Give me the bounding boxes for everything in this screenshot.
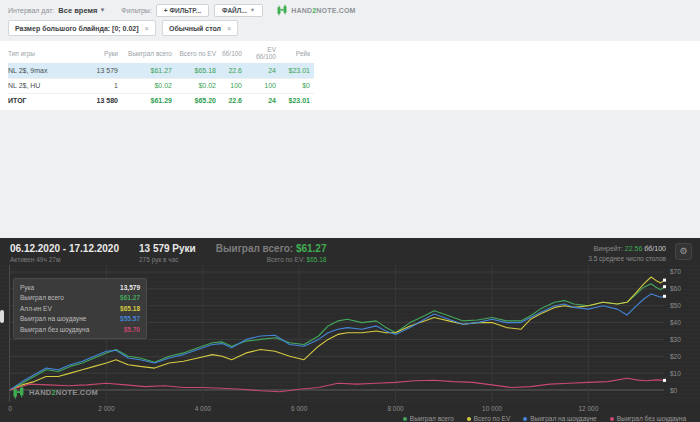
file-button[interactable]: ФАЙЛ... ▼ xyxy=(214,4,263,17)
legend-dot-icon xyxy=(610,417,614,421)
legend-dot-icon xyxy=(403,417,407,421)
hand2note-watermark: HAND2NOTE.COM xyxy=(12,385,98,400)
hands-count: 13 579 Руки xyxy=(139,243,196,255)
hand2note-logo-icon xyxy=(276,4,288,16)
chart-legend: Выиграл всего Всего по EV Выиграл на шоу… xyxy=(390,415,686,422)
y-tick-label: $20 xyxy=(670,353,681,360)
x-tick-label: 0 xyxy=(8,405,12,412)
tooltip-row: Выиграл без шоудауна$5.70 xyxy=(20,324,140,335)
table-row[interactable]: NL 2$, HU 1 $0.02 $0.02 100 100 $0 xyxy=(8,78,314,93)
stats-table: Тип игры Руки Выиграл всего Всего по EV … xyxy=(8,43,314,108)
gear-icon: ⚙ xyxy=(679,247,687,256)
active-time: Активен 49ч 27м xyxy=(10,255,119,264)
x-tick-label: 12 000 xyxy=(578,405,598,412)
col-header-ev-bb100: EV бб/100 xyxy=(246,43,280,63)
y-tick-label: $0 xyxy=(670,387,677,394)
y-tick-label: $10 xyxy=(670,370,681,377)
legend-item-non-showdown[interactable]: Выиграл без шоудауна xyxy=(610,415,686,422)
winnings-block: Выиграл всего: $61.27 Всего по EV: $65.1… xyxy=(216,243,327,264)
date-range: 06.12.2020 - 17.12.2020 xyxy=(10,243,119,255)
hands-block: 13 579 Руки 275 рук в час xyxy=(139,243,196,264)
add-filter-button[interactable]: + ФИЛЬТР... xyxy=(156,4,209,17)
filter-chip-blind-size[interactable]: Размер большого блайнда: [0; 0.02] × xyxy=(8,20,156,36)
graph-panel: 06.12.2020 - 17.12.2020 Активен 49ч 27м … xyxy=(0,238,700,422)
y-tick-label: $70 xyxy=(670,268,681,275)
col-header-ev-total: Всего по EV xyxy=(176,43,220,63)
tooltip-row: Выиграл на шоудауне$55.57 xyxy=(20,314,140,325)
legend-item-showdown[interactable]: Выиграл на шоудауне xyxy=(523,415,596,422)
hands-per-hour: 275 рук в час xyxy=(139,255,196,264)
tooltip-row: Выиграл всего$61.27 xyxy=(20,293,140,304)
tooltip-row: Алл-ин EV$65.18 xyxy=(20,303,140,314)
x-tick-label: 10 000 xyxy=(482,405,502,412)
graph-tooltip: Рука13,579 Выиграл всего$61.27 Алл-ин EV… xyxy=(13,278,147,339)
col-header-won-total: Выиграл всего xyxy=(122,43,176,63)
date-interval-dropdown[interactable]: Все время ▼ xyxy=(58,6,105,15)
table-total-row: ИТОГ 13 580 $61.29 $65.20 22.6 24 $23.01 xyxy=(8,93,314,108)
legend-item-won-total[interactable]: Выиграл всего xyxy=(403,415,454,422)
legend-dot-icon xyxy=(523,417,527,421)
y-tick-label: $60 xyxy=(670,285,681,292)
chevron-down-icon: ▼ xyxy=(99,7,105,13)
table-row[interactable]: NL 2$, 9max 13 579 $61.27 $65.18 22.6 24… xyxy=(8,63,314,78)
y-tick-label: $30 xyxy=(670,336,681,343)
date-interval-label: Интервал дат: xyxy=(8,7,54,14)
winrate-block: Винрейт: 22.56 бб/100 3.5 среднее число … xyxy=(588,243,666,263)
avg-tables: 3.5 среднее число столов xyxy=(588,254,666,263)
filter-chip-regular-table[interactable]: Обычный стол × xyxy=(162,20,238,36)
x-tick-label: 6 000 xyxy=(291,405,307,412)
x-tick-label: 4 000 xyxy=(195,405,211,412)
chevron-down-icon: ▼ xyxy=(250,7,255,13)
hand2note-logo-icon xyxy=(12,385,25,400)
panel-drag-handle[interactable] xyxy=(0,310,4,323)
col-header-rake: Рейк xyxy=(280,43,314,63)
winrate: Винрейт: 22.56 бб/100 xyxy=(588,243,666,254)
date-range-block: 06.12.2020 - 17.12.2020 Активен 49ч 27м xyxy=(10,243,119,264)
stats-table-container: Тип игры Руки Выиграл всего Всего по EV … xyxy=(0,41,700,110)
brand-text: HAND2NOTE.COM xyxy=(29,388,98,397)
legend-dot-icon xyxy=(467,417,471,421)
legend-item-ev-total[interactable]: Всего по EV xyxy=(467,415,510,422)
filters-label: Фильтры: xyxy=(121,7,152,14)
x-tick-label: 8 000 xyxy=(387,405,403,412)
filter-chips-row: Размер большого блайнда: [0; 0.02] × Обы… xyxy=(8,20,700,36)
tooltip-row: Рука13,579 xyxy=(20,282,140,293)
close-icon[interactable]: × xyxy=(145,24,149,33)
col-header-hands: Руки xyxy=(94,43,122,63)
col-header-game-type: Тип игры xyxy=(8,43,94,63)
y-tick-label: $40 xyxy=(670,319,681,326)
y-tick-label: $50 xyxy=(670,302,681,309)
won-total: Выиграл всего: $61.27 xyxy=(216,243,327,255)
table-header-row: Тип игры Руки Выиграл всего Всего по EV … xyxy=(8,43,314,63)
x-tick-label: 2 000 xyxy=(98,405,114,412)
close-icon[interactable]: × xyxy=(227,24,231,33)
col-header-bb100: бб/100 xyxy=(220,43,246,63)
graph-settings-button[interactable]: ⚙ xyxy=(675,243,692,260)
ev-total: Всего по EV: $65.18 xyxy=(216,255,327,264)
top-toolbar: Интервал дат: Все время ▼ Фильтры: + ФИЛ… xyxy=(0,0,700,16)
graph-header: 06.12.2020 - 17.12.2020 Активен 49ч 27м … xyxy=(0,238,700,264)
brand-text: HAND2NOTE.COM xyxy=(291,7,355,14)
hand2note-logo: HAND2NOTE.COM xyxy=(276,4,355,16)
